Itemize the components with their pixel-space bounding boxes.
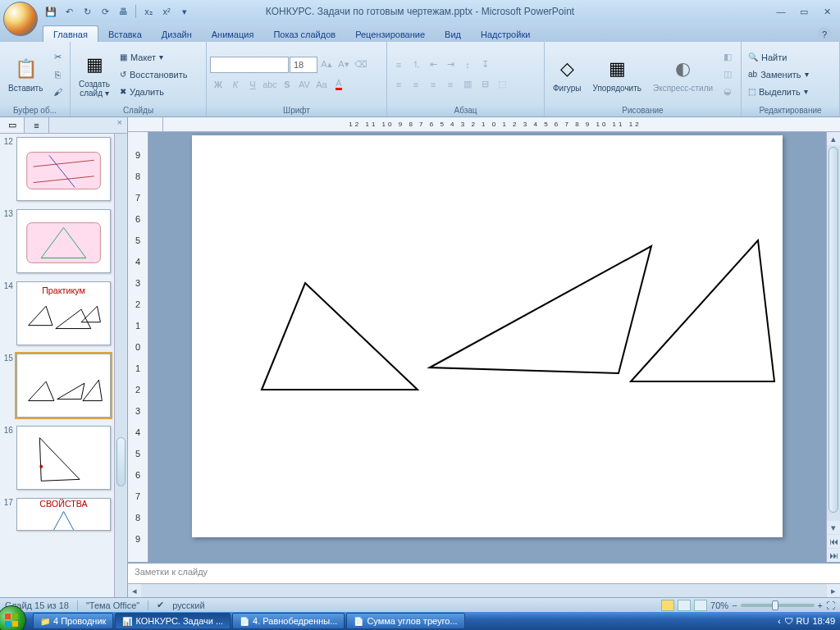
delete-slide-button[interactable]: ✖ Удалить [116,84,190,100]
slide[interactable] [192,135,783,537]
numbering-button[interactable]: ⒈ [408,57,424,73]
tray-lang-icon[interactable]: RU [797,616,810,626]
line-spacing-button[interactable]: ↕ [459,57,476,73]
zoom-in-button[interactable]: + [818,600,823,610]
align-text-button[interactable]: ⊟ [477,76,493,93]
hscroll-track[interactable] [141,584,827,597]
taskbar-item-powerpoint[interactable]: 📊 КОНКУРС. Задачи ... [115,613,231,629]
shadow-button[interactable]: S [279,76,295,93]
horizontal-scrollbar[interactable]: ◂ ▸ [128,583,840,597]
zoom-out-button[interactable]: − [732,600,737,610]
scroll-right-icon[interactable]: ▸ [827,584,840,597]
print-icon[interactable]: 🖶 [115,3,131,20]
shape-outline-button[interactable]: ◫ [719,66,736,83]
tab-view[interactable]: Вид [435,26,471,42]
tray-icon[interactable]: 🛡 [784,616,793,626]
thumbnail-16[interactable] [16,426,111,490]
spacing-button[interactable]: AV [296,76,313,93]
format-painter-icon[interactable]: 🖌 [49,84,66,100]
vscroll-thumb[interactable] [829,147,838,513]
cut-icon[interactable]: ✂ [49,49,66,66]
thumbnail-13[interactable] [16,209,111,273]
columns-button[interactable]: ▥ [459,76,476,93]
thumbnail-12[interactable] [16,137,111,201]
strike-button[interactable]: abc [262,76,278,93]
prev-slide-icon[interactable]: ⏮ [827,535,840,548]
close-button[interactable]: ✕ [817,4,837,19]
clear-format-icon[interactable]: ⌫ [353,57,369,73]
align-right-button[interactable]: ≡ [425,76,441,93]
italic-button[interactable]: К [227,76,244,93]
subscript-icon[interactable]: x₂ [140,3,157,20]
triangle-3[interactable] [631,240,774,381]
vertical-scrollbar[interactable]: ▴ ▾ ⏮ ⏭ [826,132,840,562]
find-button[interactable]: 🔍 Найти [745,49,812,66]
qat-dropdown-icon[interactable]: ▾ [176,3,193,20]
underline-button[interactable]: Ч [244,76,261,93]
quick-styles-button[interactable]: ◐ Экспресс-стили [648,48,718,102]
help-button[interactable]: ? [817,27,832,42]
change-case-button[interactable]: Aa [313,76,330,93]
slides-tab[interactable]: ▭ [0,117,25,133]
tab-home[interactable]: Главная [43,25,98,42]
tab-animation[interactable]: Анимация [202,26,264,42]
slide-canvas[interactable] [148,132,826,562]
save-icon[interactable]: 💾 [43,3,59,20]
taskbar-item-word1[interactable]: 📄 4. Равнобедренны... [232,613,345,629]
panel-scrollbar[interactable] [114,134,127,597]
bullets-button[interactable]: ≡ [390,57,407,73]
scrollbar-thumb[interactable] [116,437,126,486]
outline-tab[interactable]: ≡ [25,117,49,133]
layout-button[interactable]: ▦ Макет ▾ [116,49,190,66]
taskbar-item-explorer[interactable]: 📁 4 Проводник [33,613,113,629]
shape-effects-button[interactable]: ◒ [719,84,736,100]
thumbnail-17[interactable]: СВОЙСТВА [16,498,111,531]
sorter-view-button[interactable] [678,600,691,611]
thumbnail-14[interactable]: Практикум [16,281,111,345]
spellcheck-icon[interactable]: ✔ [157,600,164,610]
tab-review[interactable]: Рецензирование [345,26,435,42]
font-color-button[interactable]: A [331,76,347,93]
new-slide-button[interactable]: ▦ Создатьслайд ▾ [74,48,115,102]
superscript-icon[interactable]: x² [158,3,175,20]
arrange-button[interactable]: ▦ Упорядочить [587,48,646,102]
fit-window-button[interactable]: ⛶ [826,600,835,610]
font-family-combo[interactable] [210,57,289,73]
next-slide-icon[interactable]: ⏭ [827,549,840,562]
triangle-1[interactable] [262,283,418,390]
thumbnail-15[interactable] [16,354,111,418]
normal-view-button[interactable] [661,600,674,611]
shape-fill-button[interactable]: ◧ [719,49,736,66]
zoom-percent[interactable]: 70% [710,600,728,610]
increase-indent-button[interactable]: ⇥ [442,57,459,73]
panel-close-button[interactable]: × [112,117,127,133]
grow-font-icon[interactable]: A▴ [318,57,335,73]
shrink-font-icon[interactable]: A▾ [336,57,352,73]
tab-design[interactable]: Дизайн [152,26,202,42]
decrease-indent-button[interactable]: ⇤ [425,57,441,73]
repeat-icon[interactable]: ⟳ [97,3,113,20]
triangle-2[interactable] [430,246,651,373]
restore-button[interactable]: ▭ [794,4,814,19]
bold-button[interactable]: Ж [210,76,226,93]
reset-button[interactable]: ↺ Восстановить [116,66,190,83]
tab-slideshow[interactable]: Показ слайдов [263,26,345,42]
slideshow-view-button[interactable] [694,600,707,611]
scroll-down-icon[interactable]: ▾ [827,521,840,534]
status-language[interactable]: русский [172,600,204,610]
redo-icon[interactable]: ↻ [79,3,95,20]
paste-button[interactable]: 📋 Вставить [3,48,48,102]
align-left-button[interactable]: ≡ [390,76,407,93]
tab-addins[interactable]: Надстройки [471,26,540,42]
undo-icon[interactable]: ↶ [61,3,77,20]
zoom-slider-thumb[interactable] [772,600,778,610]
taskbar-item-word2[interactable]: 📄 Сумма углов треуго... [346,613,464,629]
notes-pane[interactable]: Заметки к слайду [128,562,840,583]
align-center-button[interactable]: ≡ [408,76,424,93]
shapes-button[interactable]: ◇ Фигуры [548,48,586,102]
scroll-left-icon[interactable]: ◂ [128,584,141,597]
select-button[interactable]: ⬚ Выделить ▾ [745,84,812,100]
justify-button[interactable]: ≡ [442,76,459,93]
font-size-combo[interactable]: 18 [290,57,317,73]
scroll-up-icon[interactable]: ▴ [827,132,840,145]
